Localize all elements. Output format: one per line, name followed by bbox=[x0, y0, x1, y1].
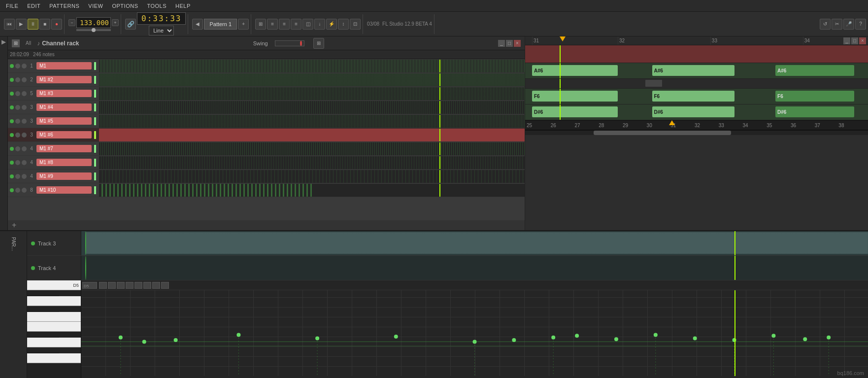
pr-red-track[interactable] bbox=[525, 45, 868, 63]
tempo-slider-handle[interactable] bbox=[92, 28, 96, 32]
ch-piano-roll-1[interactable] bbox=[99, 60, 525, 72]
piano-key-c5[interactable] bbox=[27, 296, 81, 306]
rack-collapse-btn[interactable]: ⊞ bbox=[12, 39, 20, 47]
ch-mute-5[interactable] bbox=[22, 119, 27, 124]
piano-key-black-1[interactable] bbox=[27, 290, 59, 296]
ch-name-btn-2[interactable]: M1 #2 bbox=[36, 76, 92, 83]
ch-led-1[interactable] bbox=[10, 64, 14, 68]
pr-track-ash6[interactable]: A#6 A#6 A#6 bbox=[525, 63, 868, 79]
ch-solo-6[interactable] bbox=[15, 133, 20, 137]
ch-led-6[interactable] bbox=[10, 133, 14, 137]
piano-key-a4[interactable] bbox=[27, 322, 81, 332]
skip-back-button[interactable]: ⏮ bbox=[4, 19, 15, 30]
step-1-2[interactable] bbox=[108, 282, 116, 289]
ch-piano-roll-7[interactable] bbox=[99, 142, 525, 155]
rack-btn-8[interactable]: ↕ bbox=[338, 19, 349, 30]
tempo-up-button[interactable]: + bbox=[112, 19, 119, 26]
ch-piano-roll-3[interactable] bbox=[99, 87, 525, 100]
rack-maximize-btn[interactable]: □ bbox=[506, 40, 513, 47]
piano-key-black-2[interactable] bbox=[27, 306, 59, 312]
pr-scrollbar[interactable] bbox=[525, 130, 868, 135]
stop-button[interactable]: ■ bbox=[39, 19, 50, 30]
pattern-name-button[interactable]: Pattern 1 bbox=[204, 19, 237, 30]
menu-help[interactable]: HELP bbox=[171, 2, 195, 10]
swing-knob[interactable] bbox=[300, 41, 302, 46]
note-grid-area[interactable]: D5 bbox=[81, 280, 868, 378]
ch-solo-3[interactable] bbox=[15, 91, 20, 96]
loop-button[interactable]: ↺ bbox=[820, 19, 831, 30]
step-1-4[interactable] bbox=[126, 282, 134, 289]
step-1-1[interactable] bbox=[99, 282, 107, 289]
menu-view[interactable]: VIEW bbox=[84, 2, 107, 10]
ch-solo-4[interactable] bbox=[15, 105, 20, 110]
menu-options[interactable]: OPTIONS bbox=[108, 2, 142, 10]
ch-name-btn-6[interactable]: M1 #6 bbox=[36, 131, 92, 138]
ch-mute-3[interactable] bbox=[22, 91, 27, 96]
menu-file[interactable]: FILE bbox=[2, 2, 22, 10]
ch-mute-1[interactable] bbox=[22, 64, 27, 69]
piano-key-black-4[interactable] bbox=[27, 347, 59, 353]
ch-led-5[interactable] bbox=[10, 119, 14, 123]
ch-led-4[interactable] bbox=[10, 105, 14, 109]
ch-mute-2[interactable] bbox=[22, 77, 27, 82]
ch-solo-9[interactable] bbox=[15, 174, 20, 179]
record-button[interactable]: ● bbox=[51, 19, 62, 30]
rack-btn-2[interactable]: ≡ bbox=[267, 19, 278, 30]
step-1-8[interactable] bbox=[161, 282, 169, 289]
ch-led-9[interactable] bbox=[10, 174, 14, 178]
ch-solo-2[interactable] bbox=[15, 77, 20, 82]
ch-name-btn-10[interactable]: M1 #10 bbox=[36, 186, 92, 194]
ch-name-btn-7[interactable]: M1 #7 bbox=[36, 145, 92, 152]
piano-key-d5[interactable]: D5 bbox=[27, 280, 81, 290]
pattern-next-button[interactable]: + bbox=[238, 19, 249, 30]
pr-minimize-btn[interactable]: _ bbox=[843, 37, 850, 44]
ch-solo-10[interactable] bbox=[15, 188, 20, 193]
ch-mute-10[interactable] bbox=[22, 188, 27, 193]
ch-name-btn-9[interactable]: M1 #9 bbox=[36, 172, 92, 180]
ch-piano-roll-4[interactable] bbox=[99, 101, 525, 114]
ch-name-btn-4[interactable]: M1 #4 bbox=[36, 103, 92, 111]
rack-btn-1[interactable]: ⊞ bbox=[255, 19, 266, 30]
help-button[interactable]: ? bbox=[855, 19, 866, 30]
ch-piano-roll-10[interactable] bbox=[99, 184, 525, 197]
ch-solo-1[interactable] bbox=[15, 64, 20, 69]
pr-maximize-btn[interactable]: □ bbox=[851, 37, 858, 44]
ch-name-btn-8[interactable]: M1 #8 bbox=[36, 159, 92, 166]
rack-btn-6[interactable]: ↓ bbox=[314, 19, 325, 30]
step-1-6[interactable] bbox=[143, 282, 151, 289]
rack-grid-btn[interactable]: ⊞ bbox=[313, 38, 324, 49]
ch-name-btn-3[interactable]: M1 #3 bbox=[36, 90, 92, 97]
ch-mute-8[interactable] bbox=[22, 160, 27, 165]
pr-track-f6[interactable]: F6 F6 F6 bbox=[525, 89, 868, 104]
rack-btn-4[interactable]: ≡ bbox=[291, 19, 301, 30]
swing-knob-area[interactable] bbox=[275, 40, 304, 46]
mini-play-btn[interactable]: ▶ bbox=[1, 38, 6, 45]
mic-button[interactable]: 🎤 bbox=[843, 19, 854, 30]
step-1-5[interactable] bbox=[134, 282, 142, 289]
ch-piano-roll-2[interactable] bbox=[99, 73, 525, 86]
track4-content[interactable] bbox=[81, 256, 868, 280]
rack-btn-9[interactable]: ⊡ bbox=[350, 19, 361, 30]
ch-solo-5[interactable] bbox=[15, 119, 20, 124]
step-1-3[interactable] bbox=[117, 282, 125, 289]
pr-track-dsh6[interactable]: D#6 D#6 D#6 bbox=[525, 104, 868, 120]
tempo-display[interactable]: 133.000 bbox=[76, 17, 111, 28]
piano-key-black-3[interactable] bbox=[27, 332, 59, 338]
piano-key-f4[interactable] bbox=[27, 353, 81, 363]
menu-patterns[interactable]: PATTERNS bbox=[45, 2, 83, 10]
pause-button[interactable]: ⏸ bbox=[28, 19, 38, 30]
tempo-down-button[interactable]: − bbox=[68, 19, 75, 26]
link-button[interactable]: 🔗 bbox=[125, 19, 136, 30]
ch-piano-roll-5[interactable] bbox=[99, 115, 525, 128]
pr-scroll-thumb[interactable] bbox=[594, 131, 731, 135]
step-1-7[interactable] bbox=[152, 282, 160, 289]
rack-minimize-btn[interactable]: _ bbox=[498, 40, 505, 47]
track3-content[interactable] bbox=[81, 231, 868, 255]
rack-btn-7[interactable]: ⚡ bbox=[326, 19, 337, 30]
ch-mute-4[interactable] bbox=[22, 105, 27, 110]
rack-btn-3[interactable]: ≡ bbox=[279, 19, 290, 30]
rack-close-btn[interactable]: × bbox=[514, 40, 521, 47]
ch-led-2[interactable] bbox=[10, 78, 14, 82]
track3-block[interactable] bbox=[85, 232, 868, 254]
pattern-prev-button[interactable]: ◀ bbox=[192, 19, 203, 30]
